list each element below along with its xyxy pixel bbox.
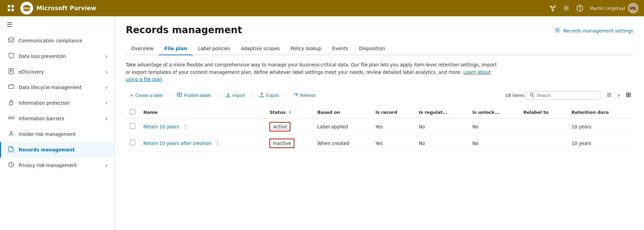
tab-disposition[interactable]: Disposition [354, 42, 390, 55]
file-plan-table: Name Status ↑ Based on Is record Is regu… [126, 106, 633, 152]
sidebar-item-data-lifecycle-management[interactable]: Data lifecycle management ∨ [0, 80, 115, 95]
col-name[interactable]: Name [139, 106, 265, 119]
select-all-checkbox[interactable] [130, 109, 135, 114]
tab-overview[interactable]: Overview [126, 42, 159, 55]
insider-risk-icon [8, 130, 15, 138]
row-status: Inactive [265, 135, 313, 151]
row-name[interactable]: Retain 10 years [143, 124, 179, 129]
svg-rect-34 [626, 95, 628, 97]
logo-circle: blimp [20, 2, 33, 15]
sidebar: ☰ Communication compliance Data loss pre… [0, 16, 115, 230]
col-relabel-to[interactable]: Relabel to [519, 106, 567, 119]
tab-policy-lookup[interactable]: Policy lookup [285, 42, 327, 55]
row-is-regulatory: No [415, 118, 468, 135]
sidebar-item-label: Records management [19, 147, 108, 152]
sidebar-item-information-protection[interactable]: Information protection ∨ [0, 95, 115, 111]
row-retention-duration: 10 years [567, 135, 633, 151]
svg-rect-35 [629, 95, 630, 97]
svg-point-13 [565, 7, 567, 9]
sort-ascending-icon: ↑ [289, 111, 291, 114]
records-management-settings-link[interactable]: Records management settings [554, 27, 633, 34]
col-status[interactable]: Status ↑ [265, 106, 313, 119]
svg-rect-20 [8, 117, 10, 119]
row-context-menu[interactable]: ⋮ [213, 139, 222, 147]
sidebar-item-label: Data lifecycle management [19, 85, 101, 90]
row-context-menu[interactable]: ⋮ [181, 123, 190, 130]
search-box[interactable] [526, 91, 600, 100]
sidebar-item-privacy-risk-management[interactable]: Privacy risk management ∨ [0, 158, 115, 173]
chevron-down-icon: ∨ [105, 85, 108, 90]
svg-text:blimp: blimp [22, 6, 31, 10]
sidebar-item-insider-risk-management[interactable]: Insider risk management [0, 126, 115, 142]
toolbar-divider [170, 92, 170, 99]
apps-grid-icon[interactable] [5, 3, 16, 14]
col-based-on[interactable]: Based on [313, 106, 372, 119]
grid-view-icon[interactable] [624, 91, 633, 100]
settings-gear-icon[interactable] [563, 5, 570, 12]
svg-rect-16 [8, 38, 14, 42]
refresh-icon [293, 92, 298, 98]
help-question-icon[interactable] [576, 5, 583, 12]
row-checkbox[interactable] [130, 123, 135, 129]
svg-line-10 [551, 7, 552, 8]
row-based-on: Label applied [313, 118, 372, 135]
list-view-icon[interactable] [604, 91, 614, 100]
sidebar-item-label: Information barriers [19, 116, 101, 121]
export-button[interactable]: Export [255, 90, 283, 101]
col-is-record[interactable]: Is record [372, 106, 415, 119]
settings-icon [554, 27, 560, 34]
svg-point-23 [10, 131, 12, 133]
publish-icon [177, 92, 182, 98]
toolbar-divider-2 [218, 92, 219, 99]
import-button[interactable]: Import [221, 90, 249, 101]
svg-line-28 [533, 96, 534, 97]
chevron-down-icon: ∨ [105, 70, 108, 74]
col-is-regulatory[interactable]: Is regulat... [415, 106, 468, 119]
page-title: Records management [126, 24, 242, 36]
create-label-button[interactable]: + Create a label [126, 90, 167, 101]
tab-label-policies[interactable]: Label policies [193, 42, 236, 55]
sidebar-item-records-management[interactable]: Records management [0, 142, 115, 158]
row-is-unlocked: No [468, 135, 519, 151]
user-profile[interactable]: Martin Lingstuyl ML [590, 3, 639, 14]
row-based-on: When created [313, 135, 372, 151]
svg-line-11 [553, 7, 554, 8]
svg-rect-17 [9, 68, 14, 74]
toolbar-divider-4 [286, 92, 286, 99]
publish-labels-button[interactable]: Publish labels [173, 90, 215, 101]
row-name[interactable]: Retain 10 years after creation [143, 141, 212, 146]
sidebar-item-label: Privacy risk management [19, 163, 101, 168]
sidebar-item-label: Insider risk management [19, 131, 108, 137]
tab-file-plan[interactable]: File plan [159, 42, 193, 55]
row-checkbox[interactable] [130, 140, 135, 145]
view-options: ∨ [604, 91, 633, 100]
chevron-down-icon: ∨ [105, 54, 108, 59]
tab-adaptive-scopes[interactable]: Adaptive scopes [236, 42, 285, 55]
svg-rect-21 [12, 117, 14, 119]
connected-services-icon[interactable] [549, 5, 556, 12]
information-barriers-icon [8, 115, 15, 122]
search-input[interactable] [537, 93, 597, 98]
chevron-view-icon[interactable]: ∨ [615, 92, 622, 99]
svg-rect-18 [8, 85, 14, 88]
col-is-unlocked[interactable]: Is unlock... [468, 106, 519, 119]
main-layout: ☰ Communication compliance Data loss pre… [0, 16, 644, 230]
table-row: Retain 10 years after creation ⋮ Inactiv… [126, 135, 633, 151]
content-area: Records management Records management se… [115, 16, 644, 230]
tab-events[interactable]: Events [327, 42, 354, 55]
sidebar-item-label: Data loss prevention [19, 54, 101, 59]
sidebar-toggle[interactable]: ☰ [0, 16, 115, 33]
sidebar-item-ediscovery[interactable]: eDiscovery ∨ [0, 64, 115, 80]
refresh-button[interactable]: Refresh [289, 90, 320, 101]
chevron-down-icon: ∨ [105, 163, 108, 168]
sidebar-item-data-loss-prevention[interactable]: Data loss prevention ∨ [0, 48, 115, 64]
col-retention-duration[interactable]: Retention dura [567, 106, 633, 119]
information-protection-icon [8, 99, 15, 107]
sidebar-item-communication-compliance[interactable]: Communication compliance [0, 33, 115, 48]
svg-point-9 [552, 10, 553, 11]
export-icon [259, 92, 264, 98]
privacy-risk-icon [8, 162, 15, 169]
sidebar-item-information-barriers[interactable]: Information barriers ∨ [0, 111, 115, 126]
data-loss-prevention-icon [8, 53, 15, 60]
sidebar-item-label: eDiscovery [19, 69, 101, 75]
